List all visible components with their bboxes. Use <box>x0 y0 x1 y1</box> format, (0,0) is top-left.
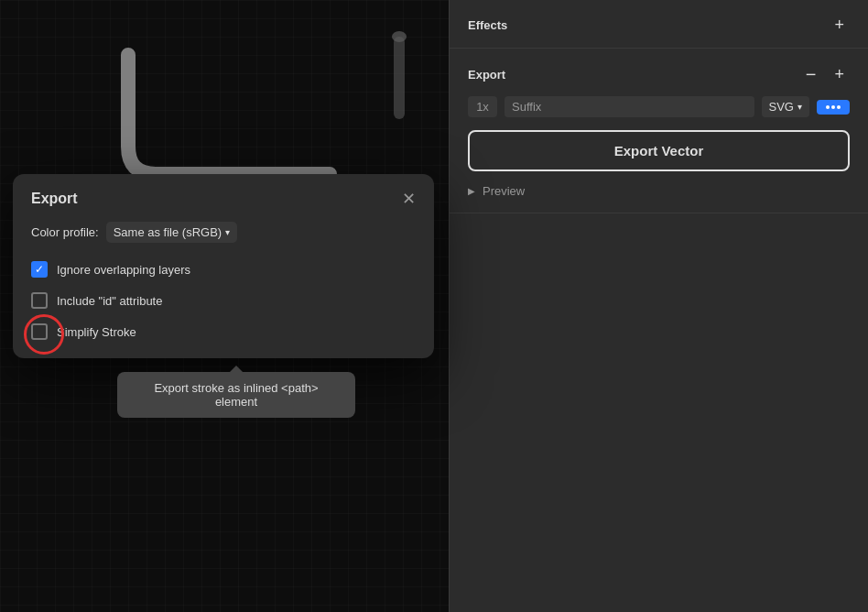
export-add-button[interactable]: + <box>829 64 850 84</box>
export-scale[interactable]: 1x <box>468 96 497 117</box>
tooltip-box: Export stroke as inlined <path> element <box>117 372 355 418</box>
modal-title: Export <box>31 191 78 207</box>
export-format-dropdown[interactable]: SVG ▾ <box>762 96 809 117</box>
modal-body: Color profile: Same as file (sRGB) ▾ ✓ I… <box>13 222 434 358</box>
simplify-stroke-checkbox[interactable] <box>31 323 48 340</box>
effects-section: Effects + <box>450 0 868 49</box>
ignore-layers-row: ✓ Ignore overlapping layers <box>31 261 416 278</box>
checkmark-icon: ✓ <box>35 264 44 275</box>
modal-close-button[interactable]: ✕ <box>402 191 416 207</box>
preview-arrow: ▶ <box>468 186 475 196</box>
dot-2 <box>831 105 835 109</box>
simplify-stroke-row: Simplify Stroke Export stroke as inlined… <box>31 323 416 340</box>
tooltip-line1: Export stroke as inlined <path> <box>154 381 318 395</box>
color-profile-value: Same as file (sRGB) <box>114 225 222 239</box>
simplify-checkbox-wrapper <box>31 323 48 340</box>
color-profile-dropdown[interactable]: Same as file (sRGB) ▾ <box>106 222 237 243</box>
dot-1 <box>826 105 830 109</box>
color-profile-row: Color profile: Same as file (sRGB) ▾ <box>31 222 416 243</box>
include-id-checkbox[interactable] <box>31 292 48 309</box>
preview-label: Preview <box>483 184 525 198</box>
effects-title: Effects <box>468 18 507 32</box>
export-modal: Export ✕ Color profile: Same as file (sR… <box>13 174 434 358</box>
color-profile-label: Color profile: <box>31 225 99 239</box>
ignore-layers-checkbox[interactable]: ✓ <box>31 261 48 278</box>
color-profile-arrow: ▾ <box>225 227 230 237</box>
export-more-button[interactable] <box>817 100 850 115</box>
effects-add-button[interactable]: + <box>829 15 850 35</box>
dot-3 <box>837 105 841 109</box>
preview-row[interactable]: ▶ Preview <box>468 184 850 198</box>
tooltip-line2: element <box>215 395 257 409</box>
export-minus-button[interactable]: − <box>800 63 822 85</box>
export-title: Export <box>468 68 505 82</box>
export-section: Export − + 1x Suffix SVG ▾ Export Vector… <box>450 49 868 213</box>
include-id-row: Include "id" attribute <box>31 292 416 309</box>
export-vector-button[interactable]: Export Vector <box>468 130 850 171</box>
tooltip-arrow <box>230 366 243 372</box>
export-suffix[interactable]: Suffix <box>505 96 754 117</box>
export-options-row: 1x Suffix SVG ▾ <box>468 96 850 117</box>
simplify-stroke-label: Simplify Stroke <box>57 325 136 339</box>
right-panel: Effects + Export − + 1x Suffix SVG ▾ <box>449 0 868 612</box>
ignore-layers-label: Ignore overlapping layers <box>57 263 190 277</box>
modal-header: Export ✕ <box>13 174 434 222</box>
include-id-label: Include "id" attribute <box>57 294 162 308</box>
